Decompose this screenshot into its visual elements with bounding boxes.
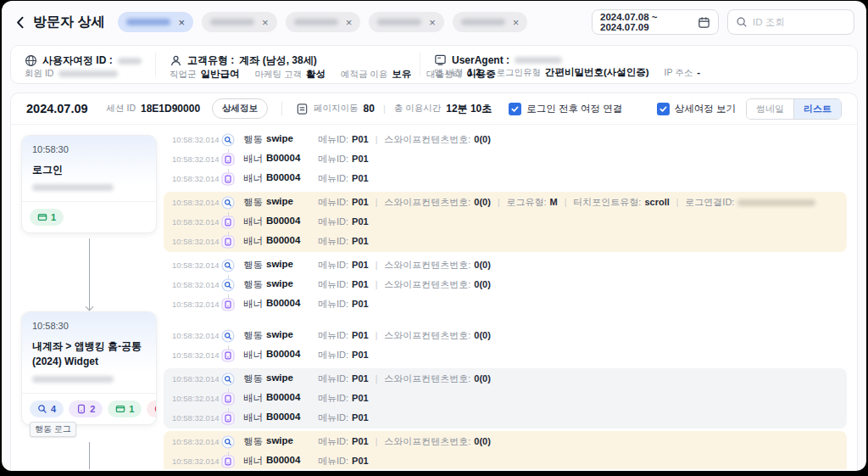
session-content: 10:58:30로그인110:58:30내계좌 > 앱뱅킹 홈-공통(2024)… — [11, 125, 857, 469]
banner-log-icon — [221, 298, 243, 311]
flow-arrow-down — [21, 437, 157, 469]
useragent-icon — [434, 53, 447, 66]
popup-count-badge[interactable]: 1 — [108, 400, 142, 417]
log-label: 배너B00004 — [243, 235, 318, 248]
search-input[interactable] — [753, 17, 837, 27]
session-panel: 2024.07.09 세션 ID 18E1D90000 상세정보 페이지이동 8… — [10, 92, 858, 469]
journey-id-label: 사용자여정 ID : — [42, 53, 113, 68]
user-info-bar: 사용자여정 ID : 회원 ID 고객유형 : 계좌 (남성, 38세) 직업군… — [10, 45, 858, 84]
log-row[interactable]: 10:58:32.014행동swipe메뉴ID:P01|스와이프컨텐츠번호:0(… — [164, 369, 847, 389]
flow-arrow-down — [21, 233, 157, 311]
log-label: 배너B00004 — [243, 172, 318, 185]
log-row[interactable]: 10:58:32.014배너B00004메뉴ID:P01 — [164, 408, 847, 428]
log-details: 메뉴ID:P01|스와이프컨텐츠번호:0(0) — [318, 259, 491, 272]
agent-info-col: UserAgent : 앱 버전1.2로그인유형간편비밀번호(사설인증)IP 주… — [420, 53, 857, 76]
banner-log-icon — [221, 172, 243, 186]
tag-close-icon[interactable]: × — [262, 17, 269, 28]
banner-log-icon — [221, 216, 243, 229]
top-bar: 방문자 상세 ××××× 2024.07.08 ~ 2024.07.09 — [2, 1, 866, 43]
redacted-tag-text — [126, 19, 170, 25]
tag-list: ××××× — [118, 12, 592, 32]
tag-close-icon[interactable]: × — [429, 17, 436, 28]
journey-card[interactable]: 10:58:30내계좌 > 앱뱅킹 홈-공통(2024) Widget4211 — [21, 311, 157, 425]
log-label: 행동swipe — [243, 278, 318, 291]
log-row[interactable]: 10:58:32.014행동swipe메뉴ID:P01|스와이프컨텐츠번호:0(… — [164, 193, 847, 212]
log-row[interactable]: 10:58:32.014행동swipe메뉴ID:P01|스와이프컨텐츠번호:0(… — [164, 432, 847, 451]
log-time: 10:58:32.014 — [172, 198, 221, 207]
log-row[interactable]: 10:58:32.014배너B00004메뉴ID:P01 — [164, 232, 847, 251]
log-row[interactable]: 10:58:32.014행동swipe메뉴ID:P01|스와이프컨텐츠번호:0(… — [164, 326, 847, 345]
connect-journey-checkbox[interactable] — [509, 103, 521, 115]
log-label: 배너B00004 — [243, 298, 318, 311]
action-log-icon — [221, 259, 243, 272]
view-list-button[interactable]: 리스트 — [793, 99, 841, 119]
filter-tag[interactable]: × — [202, 12, 277, 32]
log-row[interactable]: 10:58:32.014행동swipe메뉴ID:P01|스와이프컨텐츠번호:0(… — [164, 275, 847, 294]
view-thumbnail-button[interactable]: 썸네일 — [747, 99, 793, 119]
log-row[interactable]: 10:58:32.014행동swipe메뉴ID:P01|스와이프컨텐츠번호:0(… — [164, 130, 847, 149]
customer-info-col: 고객유형 : 계좌 (남성, 38세) 직업군일반급여마케팅 고객활성예적금 이… — [155, 53, 420, 76]
id-search-box[interactable] — [727, 9, 854, 35]
popup-count-badge[interactable]: 1 — [30, 209, 64, 226]
tag-close-icon[interactable]: × — [346, 17, 353, 28]
tag-close-icon[interactable]: × — [178, 17, 185, 28]
log-row[interactable]: 10:58:32.014배너B00004메뉴ID:P01 — [164, 149, 847, 169]
customer-type-value: 계좌 (남성, 38세) — [239, 53, 316, 68]
log-label: 행동swipe — [243, 372, 318, 385]
log-row[interactable]: 10:58:32.014배너B00004메뉴ID:P01 — [164, 212, 847, 232]
redacted-tag-text — [377, 19, 421, 25]
error-count-badge[interactable]: 1 — [147, 400, 157, 417]
date-range-picker[interactable]: 2024.07.08 ~ 2024.07.09 — [592, 9, 719, 35]
divider: | — [383, 104, 386, 114]
log-row[interactable]: 10:58:32.014행동swipe메뉴ID:P01|스와이프컨텐츠번호:0(… — [164, 255, 847, 275]
log-label: 배너B00004 — [243, 455, 318, 468]
filter-tag[interactable]: × — [118, 12, 193, 32]
log-details: 메뉴ID:P01|스와이프컨텐츠번호:0(0) — [318, 372, 491, 385]
log-row[interactable]: 10:58:32.014배너B00004메뉴ID:P01 — [164, 345, 847, 365]
redacted-text — [32, 376, 114, 383]
filter-tag[interactable]: × — [369, 12, 444, 32]
journey-card[interactable]: 10:58:30로그인1 — [21, 135, 157, 233]
detail-view-checkbox-wrap: 상세여정 보기 — [657, 103, 736, 115]
log-list: 10:58:32.014행동swipe메뉴ID:P01|스와이프컨텐츠번호:0(… — [164, 125, 857, 469]
banner-log-icon — [221, 349, 243, 362]
action-count-badge[interactable]: 4 — [30, 400, 64, 417]
log-time: 10:58:32.014 — [172, 394, 221, 403]
log-label: 배너B00004 — [243, 412, 318, 424]
action-icon — [37, 404, 47, 414]
log-label: 행동swipe — [243, 133, 318, 146]
log-group: 10:58:32.014행동swipe메뉴ID:P01|스와이프컨텐츠번호:0(… — [164, 192, 847, 252]
back-button[interactable] — [14, 15, 28, 30]
log-row[interactable]: 10:58:32.014배너B00004메뉴ID:P01 — [164, 389, 847, 408]
log-label: 배너B00004 — [243, 216, 318, 228]
connect-journey-label: 로그인 전후 여정 연결 — [526, 103, 622, 115]
redacted-useragent — [515, 57, 562, 64]
redacted-journey-id — [118, 58, 142, 64]
log-label: 행동swipe — [243, 329, 318, 342]
detail-view-checkbox[interactable] — [657, 103, 670, 115]
log-time: 10:58:32.014 — [172, 280, 221, 289]
log-details: 메뉴ID:P01 — [318, 153, 369, 165]
tag-close-icon[interactable]: × — [513, 17, 520, 28]
filter-tag[interactable]: × — [453, 12, 528, 32]
log-time: 10:58:32.014 — [172, 135, 221, 144]
action-log-icon — [221, 372, 243, 386]
info-field: IP 주소- — [665, 67, 701, 79]
visitor-detail-app: 방문자 상세 ××××× 2024.07.08 ~ 2024.07.09 사용자… — [2, 1, 866, 471]
log-details: 메뉴ID:P01|스와이프컨텐츠번호:0(0) — [318, 278, 491, 291]
log-details: 메뉴ID:P01 — [318, 298, 369, 311]
log-row[interactable]: 10:58:32.014배너B00004메뉴ID:P01 — [164, 169, 847, 188]
log-details: 메뉴ID:P01 — [318, 235, 369, 248]
log-row[interactable]: 10:58:32.014배너B00004메뉴ID:P01 — [164, 451, 847, 469]
log-details: 메뉴ID:P01 — [318, 172, 369, 185]
redacted-tag-text — [461, 19, 505, 25]
log-row[interactable]: 10:58:32.014배너B00004메뉴ID:P01 — [164, 294, 847, 314]
globe-icon — [25, 54, 37, 67]
banner-count-badge[interactable]: 2 — [69, 400, 103, 417]
filter-tag[interactable]: × — [286, 12, 361, 32]
session-detail-button[interactable]: 상세정보 — [212, 98, 268, 119]
info-field: 앱 버전1.2 — [434, 67, 481, 79]
log-details: 메뉴ID:P01|스와이프컨텐츠번호:0(0) — [318, 435, 491, 448]
log-details: 메뉴ID:P01 — [318, 349, 369, 361]
log-group: 10:58:32.014행동swipe메뉴ID:P01|스와이프컨텐츠번호:0(… — [164, 368, 847, 428]
